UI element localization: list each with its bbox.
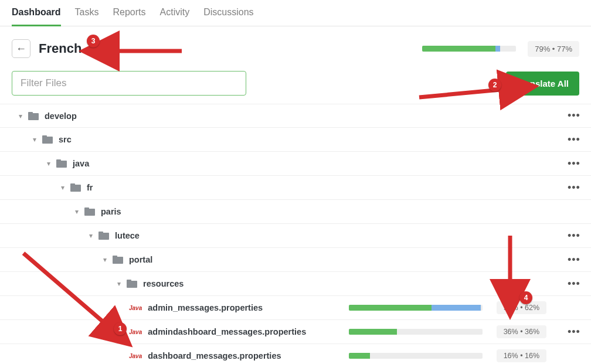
node-name: portal [129,255,152,264]
tab-reports[interactable]: Reports [113,0,145,26]
node-name: src [59,135,72,144]
annotation-callout: 4 [519,291,532,304]
java-file-icon: Java [129,305,142,311]
language-progress-bar [422,46,516,52]
annotation-callout: 3 [87,35,100,47]
java-file-icon: Java [129,329,142,335]
node-name: java [73,159,89,168]
folder-icon [98,232,109,240]
folder-row[interactable]: ▾lutece••• [0,224,591,248]
node-name: dashboard_messages.properties [148,351,281,360]
annotation-callout: 2 [488,79,501,91]
row-more-icon[interactable]: ••• [568,278,579,290]
expand-toggle[interactable]: ▾ [101,256,109,264]
tab-tasks[interactable]: Tasks [75,0,99,26]
arrow-left-icon: ← [16,43,26,55]
file-progress-bar [349,353,483,359]
expand-toggle[interactable]: ▾ [115,280,123,288]
folder-icon [84,207,95,216]
file-row[interactable]: Javaadmin_messages.properties99% • 62%••… [0,296,591,320]
row-more-icon[interactable]: ••• [568,254,579,266]
folder-row[interactable]: ▾fr••• [0,176,591,200]
folder-row[interactable]: ▾src••• [0,128,591,152]
folder-row[interactable]: ▾develop••• [0,104,591,128]
expand-toggle[interactable]: ▾ [87,232,95,240]
file-tree: ▾develop•••▾src•••▾java•••▾fr•••▾paris••… [0,104,591,364]
filter-bar: Translate All [0,71,591,104]
expand-toggle[interactable]: ▾ [73,207,81,216]
folder-icon [28,112,39,120]
back-button[interactable]: ← [12,39,30,58]
node-name: admin_messages.properties [148,303,263,312]
file-progress-pct: 36% • 36% [497,325,546,338]
annotation-callout: 1 [114,322,127,335]
translate-all-button[interactable]: Translate All [506,72,579,96]
file-row[interactable]: Javaadmindashboard_messages.properties36… [0,320,591,344]
tab-activity[interactable]: Activity [160,0,190,26]
file-progress-bar [349,329,483,335]
expand-toggle[interactable]: ▾ [16,112,25,120]
folder-row[interactable]: ▾paris••• [0,200,591,224]
language-name: French [39,41,81,56]
folder-icon [56,159,67,168]
tabs: DashboardTasksReportsActivityDiscussions [0,0,591,26]
file-progress-pct: 16% • 16% [497,349,546,362]
language-header: ← French ▾ 79% • 77% [0,26,591,71]
node-name: fr [87,183,93,192]
row-more-icon[interactable]: ••• [568,158,579,170]
row-more-icon[interactable]: ••• [568,326,579,338]
node-name: lutece [115,231,140,240]
row-more-icon[interactable]: ••• [568,134,579,146]
node-name: paris [101,207,121,216]
file-progress-bar [349,305,483,311]
tab-dashboard[interactable]: Dashboard [12,0,61,26]
filter-files-input[interactable] [12,71,246,96]
java-file-icon: Java [129,353,142,359]
expand-toggle[interactable]: ▾ [30,135,39,144]
folder-icon [42,135,53,144]
row-more-icon[interactable]: ••• [568,230,579,242]
row-more-icon[interactable]: ••• [568,182,579,194]
row-more-icon[interactable]: ••• [568,110,579,122]
folder-row[interactable]: ▾java••• [0,152,591,176]
folder-icon [127,280,137,288]
node-name: develop [45,111,77,121]
node-name: admindashboard_messages.properties [148,327,306,336]
expand-toggle[interactable]: ▾ [45,159,53,168]
node-name: resources [143,279,184,288]
expand-toggle[interactable]: ▾ [59,183,67,192]
folder-row[interactable]: ▾resources••• [0,272,591,296]
folder-icon [113,256,123,264]
folder-row[interactable]: ▾portal••• [0,248,591,272]
folder-icon [70,183,81,192]
language-progress-pct: 79% • 77% [528,41,579,57]
tab-discussions[interactable]: Discussions [203,0,253,26]
file-progress-pct: 99% • 62% [497,301,546,314]
file-row[interactable]: Javadashboard_messages.properties16% • 1… [0,344,591,364]
